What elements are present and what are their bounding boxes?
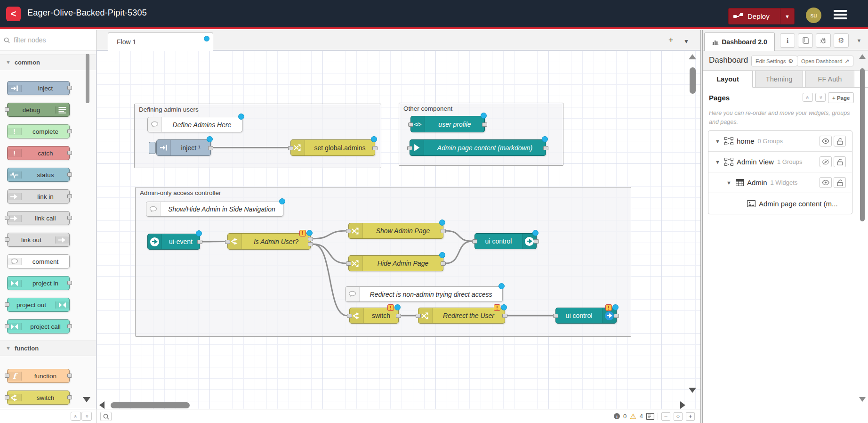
output-port[interactable]: [614, 314, 619, 318]
add-page-button[interactable]: + Page: [828, 92, 854, 103]
inject-button[interactable]: [149, 142, 156, 154]
flow-list-caret[interactable]: ▼: [683, 37, 689, 46]
output-port[interactable]: [208, 146, 213, 150]
output-port[interactable]: [441, 261, 446, 266]
collapse-all-pages-button[interactable]: «: [803, 93, 813, 102]
scroll-up-icon[interactable]: [689, 54, 696, 59]
flow-node-comment2[interactable]: Show/Hide Admin in Side Navigation: [146, 202, 283, 217]
input-port[interactable]: [472, 239, 477, 244]
output-port[interactable]: [308, 242, 313, 246]
pages-tree-row[interactable]: ▼home0 Groups: [708, 131, 852, 152]
palette-scroll-down-icon[interactable]: [83, 397, 90, 402]
output-port[interactable]: [482, 122, 487, 127]
input-port[interactable]: [553, 314, 558, 318]
flow-node-template2[interactable]: Admin page content (markdown): [410, 139, 546, 156]
input-port[interactable]: [407, 146, 412, 150]
unlock-icon[interactable]: [834, 177, 846, 188]
output-port[interactable]: [197, 240, 202, 244]
flow-node-template1[interactable]: </>user profile: [410, 116, 485, 132]
add-flow-button[interactable]: +: [668, 36, 674, 44]
palette-category-common[interactable]: ▼common: [0, 54, 96, 70]
expand-categories-button[interactable]: «: [81, 412, 92, 421]
palette-node-project-call[interactable]: project call: [7, 319, 70, 334]
palette-node-function[interactable]: ffunction: [7, 369, 70, 383]
pages-tree-row[interactable]: ▼Admin1 Widgets: [708, 172, 852, 193]
sidebar-scroll-down-icon[interactable]: [859, 397, 866, 402]
collapse-categories-button[interactable]: «: [71, 412, 81, 421]
palette-node-link-call[interactable]: link call: [7, 211, 70, 225]
tab-flow-1[interactable]: Flow 1: [108, 33, 213, 51]
output-port[interactable]: [441, 229, 446, 233]
eye-off-icon[interactable]: [820, 156, 832, 167]
sidebar-scrollbar-thumb[interactable]: [860, 68, 865, 221]
palette-node-status[interactable]: status: [7, 168, 70, 182]
filter-nodes-input[interactable]: [13, 36, 85, 44]
flow-node-showpage[interactable]: Show Admin Page: [348, 223, 443, 239]
chevron-down-icon[interactable]: ▼: [715, 159, 722, 165]
flow-node-comment1[interactable]: Define Admins Here: [147, 117, 242, 132]
expand-all-pages-button[interactable]: «: [815, 93, 826, 102]
flow-node-inject1[interactable]: inject ¹: [156, 139, 211, 156]
vertical-scrollbar-thumb[interactable]: [690, 67, 696, 94]
output-port[interactable]: [396, 314, 401, 318]
edit-settings-button[interactable]: Edit Settings ⚙: [751, 56, 797, 66]
horizontal-scrollbar-thumb[interactable]: [111, 402, 190, 408]
wire[interactable]: [313, 231, 346, 239]
unlock-icon[interactable]: [834, 136, 846, 146]
palette-node-link-in[interactable]: link in: [7, 189, 70, 203]
palette-node-complete[interactable]: !complete: [7, 124, 70, 138]
palette-node-project-out[interactable]: project out: [7, 298, 70, 312]
scroll-left-icon[interactable]: [99, 401, 104, 409]
palette-node-switch[interactable]: switch: [7, 390, 70, 405]
info-count-icon[interactable]: i: [614, 413, 620, 419]
palette-filter[interactable]: [0, 30, 96, 50]
wire[interactable]: [202, 242, 225, 242]
flow-node-uievent[interactable]: ui-event: [147, 234, 200, 250]
flow-canvas[interactable]: Defining admin usersOther componentAdmin…: [96, 50, 700, 409]
input-port[interactable]: [288, 146, 293, 150]
input-port[interactable]: [225, 240, 230, 244]
navigator-toggle-icon[interactable]: [646, 413, 654, 420]
flow-node-redirect[interactable]: Redirect the User!: [418, 308, 505, 324]
palette-node-catch[interactable]: !catch: [7, 146, 70, 160]
input-port[interactable]: [346, 261, 351, 266]
sidebar-tab-theming[interactable]: Theming: [755, 71, 803, 88]
wire[interactable]: [446, 241, 472, 263]
pages-tree-row[interactable]: ▼Admin View1 Groups: [708, 152, 852, 172]
eye-icon[interactable]: [820, 177, 832, 188]
input-port[interactable]: [408, 122, 413, 127]
output-port[interactable]: [372, 146, 378, 150]
flow-node-change1[interactable]: set global.admins: [290, 139, 375, 156]
wire[interactable]: [313, 244, 346, 263]
palette-scrollbar[interactable]: [85, 51, 90, 407]
sidebar-tab-ff-auth[interactable]: FF Auth: [805, 71, 854, 88]
output-port[interactable]: [534, 239, 539, 244]
input-port[interactable]: [346, 229, 351, 233]
main-menu-button[interactable]: [834, 10, 847, 19]
palette-node-link-out[interactable]: link out: [7, 233, 70, 247]
sidebar-tab-layout[interactable]: Layout: [703, 71, 753, 88]
flow-node-isadmin[interactable]: Is Admin User?!: [227, 233, 311, 250]
flow-node-switch2[interactable]: switch!: [349, 308, 399, 324]
palette-node-project-in[interactable]: project in: [7, 276, 70, 290]
scroll-right-icon[interactable]: [680, 401, 685, 409]
output-port[interactable]: [502, 314, 507, 318]
palette-node-inject[interactable]: inject: [7, 81, 70, 95]
palette-node-comment[interactable]: comment: [7, 254, 70, 268]
palette-node-debug[interactable]: debug: [7, 103, 70, 117]
scroll-down-icon[interactable]: [689, 388, 696, 393]
info-tab-button[interactable]: i: [780, 33, 795, 48]
deploy-options-caret[interactable]: ▼: [780, 8, 794, 24]
debug-bug-icon[interactable]: [816, 33, 831, 48]
open-dashboard-button[interactable]: Open Dashboard ↗: [797, 56, 853, 66]
input-port[interactable]: [416, 314, 421, 318]
palette-category-function[interactable]: ▼function: [0, 340, 96, 356]
eye-icon[interactable]: [820, 136, 832, 146]
flow-node-uicontrol2[interactable]: ui control!: [555, 308, 617, 324]
deploy-button[interactable]: Deploy ▼: [728, 8, 795, 24]
flow-node-hidepage[interactable]: Hide Admin Page: [348, 255, 443, 271]
warning-count-icon[interactable]: ⚠: [630, 412, 636, 421]
user-avatar[interactable]: su: [806, 8, 821, 23]
zoom-in-button[interactable]: +: [686, 412, 695, 421]
output-port[interactable]: [543, 146, 548, 150]
